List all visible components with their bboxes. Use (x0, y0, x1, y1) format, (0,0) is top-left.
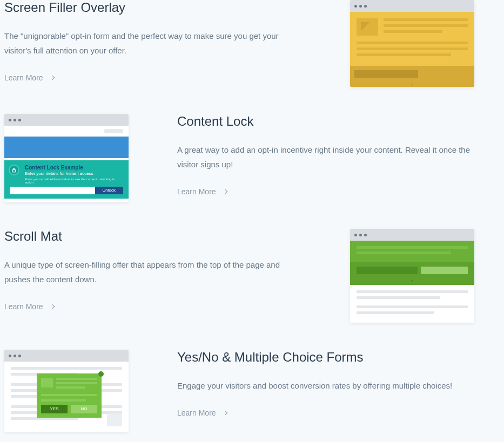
chevron-right-icon (223, 411, 227, 415)
learn-more-label: Learn More (177, 187, 216, 196)
text-column: Yes/No & Multiple Choice Forms Engage yo… (177, 350, 480, 418)
illustration-column: ▾ (350, 229, 480, 323)
learn-more-link[interactable]: Learn More (4, 302, 54, 311)
window-dot-icon (18, 355, 21, 357)
browser-bar (350, 229, 474, 241)
window-dot-icon (359, 5, 362, 8)
illustration-column: YES NO (4, 350, 134, 432)
mock-lock-subtitle: Enter your details for instant access (25, 171, 123, 176)
learn-more-label: Learn More (4, 73, 43, 82)
window-dot-icon (9, 119, 11, 121)
browser-bar (4, 114, 129, 126)
feature-title: Scroll Mat (4, 229, 307, 244)
window-dot-icon (14, 355, 16, 357)
yes-no-mock: YES NO (4, 350, 129, 432)
window-dot-icon (364, 234, 367, 236)
learn-more-link[interactable]: Learn More (177, 409, 227, 417)
svg-rect-0 (12, 170, 16, 172)
mock-unlock-button: Unlock (95, 187, 124, 194)
feature-yes-no: Yes/No & Multiple Choice Forms Engage yo… (4, 350, 500, 432)
mock-no-button: NO (71, 405, 97, 413)
mock-email-input (10, 187, 95, 194)
feature-description: A great way to add an opt-in incentive r… (177, 142, 480, 172)
mock-input (354, 70, 418, 78)
image-placeholder-icon (107, 413, 122, 426)
window-dot-icon (354, 5, 357, 8)
feature-description: A unique type of screen-filling offer th… (4, 257, 307, 287)
mock-yes-button: YES (41, 405, 68, 413)
feature-title: Screen Filler Overlay (4, 0, 307, 15)
chevron-right-icon (50, 304, 54, 309)
learn-more-label: Learn More (177, 409, 216, 417)
feature-content-lock: Content Lock A great way to add an opt-i… (4, 114, 500, 202)
window-dot-icon (18, 119, 21, 121)
feature-title: Content Lock (177, 114, 480, 129)
chevron-right-icon (223, 189, 227, 194)
lock-icon (9, 165, 19, 175)
illustration-column: Content Lock Example Enter your details … (4, 114, 134, 202)
text-column: Screen Filler Overlay The "unignorable" … (4, 0, 307, 83)
mock-lock-title: Content Lock Example (25, 165, 123, 171)
mock-input (357, 267, 418, 274)
feature-scroll-mat: Scroll Mat A unique type of screen-filli… (4, 229, 500, 323)
browser-bar (350, 0, 474, 12)
text-column: Content Lock A great way to add an opt-i… (177, 114, 480, 196)
window-dot-icon (14, 119, 16, 121)
chevron-down-icon: ▾ (350, 82, 474, 87)
mock-overlay: YES NO (37, 373, 102, 418)
scroll-mat-mock: ▾ (350, 229, 474, 323)
browser-bar (4, 350, 129, 362)
chevron-down-icon: ▾ (350, 278, 474, 285)
text-column: Scroll Mat A unique type of screen-filli… (4, 229, 307, 311)
image-placeholder-icon (41, 378, 53, 387)
window-dot-icon (9, 355, 11, 357)
learn-more-link[interactable]: Learn More (177, 187, 227, 196)
image-placeholder-icon (357, 18, 378, 36)
learn-more-label: Learn More (4, 302, 43, 311)
feature-title: Yes/No & Multiple Choice Forms (177, 350, 480, 365)
close-icon (98, 371, 104, 377)
illustration-column: ▾ (350, 0, 480, 87)
mock-lock-desc: Enter your email address below to see th… (25, 178, 123, 184)
chevron-right-icon (50, 76, 54, 80)
content-lock-mock: Content Lock Example Enter your details … (4, 114, 129, 202)
mock-button (421, 267, 468, 274)
window-dot-icon (354, 234, 357, 236)
window-dot-icon (359, 234, 362, 236)
screen-filler-mock: ▾ (350, 0, 474, 87)
feature-description: The "unignorable" opt-in form and the pe… (4, 29, 307, 58)
learn-more-link[interactable]: Learn More (4, 73, 54, 82)
feature-screen-filler: Screen Filler Overlay The "unignorable" … (4, 0, 500, 87)
feature-description: Engage your visitors and boost conversio… (177, 378, 480, 393)
mock-button (421, 70, 470, 78)
window-dot-icon (364, 5, 367, 8)
